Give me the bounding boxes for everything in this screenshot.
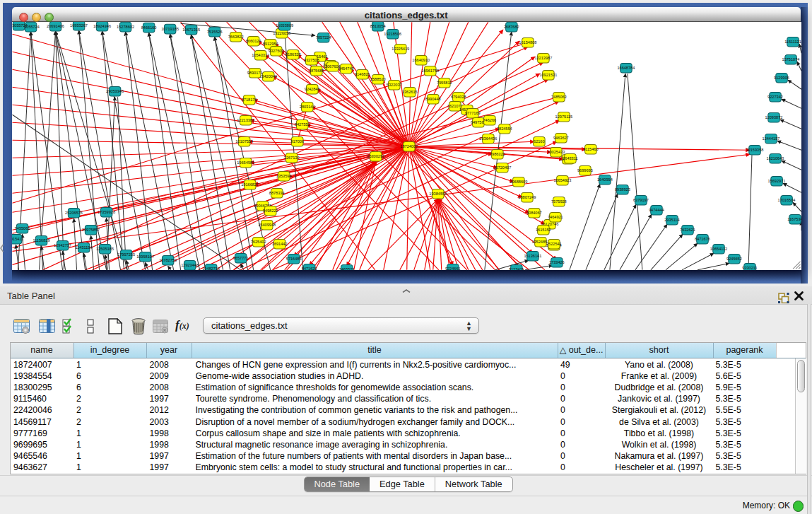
svg-text:10958107: 10958107 [136, 255, 154, 259]
svg-text:19218506: 19218506 [384, 32, 401, 36]
svg-text:15278602: 15278602 [117, 25, 134, 29]
svg-text:12505185: 12505185 [96, 247, 114, 251]
svg-text:2935114: 2935114 [664, 218, 679, 222]
svg-text:9498222: 9498222 [262, 209, 278, 213]
svg-text:8912954: 8912954 [262, 42, 278, 46]
svg-text:7515526: 7515526 [206, 30, 222, 34]
svg-text:8454749: 8454749 [338, 66, 353, 71]
svg-text:9242848: 9242848 [304, 87, 319, 91]
svg-text:15409948: 15409948 [258, 223, 276, 227]
svg-text:1733426: 1733426 [548, 260, 564, 264]
svg-text:8471621: 8471621 [301, 267, 317, 270]
svg-text:17016504: 17016504 [777, 198, 795, 202]
svg-text:6794028: 6794028 [450, 95, 466, 99]
svg-text:10671315: 10671315 [182, 28, 200, 32]
svg-text:9224661: 9224661 [445, 267, 460, 270]
svg-text:62160: 62160 [534, 139, 545, 144]
svg-text:10654923: 10654923 [553, 178, 571, 182]
svg-text:1353594: 1353594 [276, 174, 291, 178]
svg-text:8466160: 8466160 [141, 25, 156, 30]
svg-text:5322037: 5322037 [386, 83, 401, 87]
svg-text:1588520: 1588520 [370, 77, 385, 81]
svg-text:7465521: 7465521 [339, 267, 354, 270]
svg-text:10654112: 10654112 [710, 247, 726, 251]
svg-text:5716485: 5716485 [286, 257, 301, 261]
svg-text:16210643: 16210643 [766, 156, 784, 160]
svg-text:9115460: 9115460 [583, 147, 598, 151]
svg-text:9699695: 9699695 [577, 168, 592, 173]
svg-text:13226058: 13226058 [273, 31, 290, 35]
svg-text:7663822: 7663822 [228, 35, 243, 39]
svg-text:9129906: 9129906 [774, 76, 789, 80]
svg-text:11511121: 11511121 [784, 40, 801, 44]
svg-text:10107554: 10107554 [235, 139, 253, 144]
svg-text:10688609: 10688609 [510, 180, 527, 184]
svg-text:9227342: 9227342 [767, 95, 783, 99]
svg-text:12213389: 12213389 [237, 118, 254, 122]
svg-text:16053809: 16053809 [276, 23, 293, 28]
svg-text:16640910: 16640910 [412, 58, 430, 62]
svg-text:8990448: 8990448 [425, 97, 440, 101]
svg-text:1167534: 1167534 [787, 217, 801, 221]
svg-text:10543312: 10543312 [252, 53, 269, 57]
svg-text:3267130: 3267130 [283, 156, 299, 160]
svg-text:10025433: 10025433 [547, 150, 565, 154]
svg-text:8938923: 8938923 [614, 187, 630, 192]
svg-text:10921531: 10921531 [539, 73, 557, 77]
svg-text:20364436: 20364436 [479, 136, 497, 141]
svg-text:7485063: 7485063 [551, 95, 566, 99]
svg-text:15136141: 15136141 [524, 254, 541, 258]
svg-text:746266: 746266 [483, 118, 496, 122]
svg-text:7575928: 7575928 [551, 199, 566, 204]
svg-text:2687682: 2687682 [503, 25, 519, 29]
svg-text:8660124: 8660124 [245, 39, 261, 43]
svg-text:13055724: 13055724 [12, 23, 28, 28]
svg-text:16961758: 16961758 [421, 69, 439, 73]
svg-text:8123411: 8123411 [509, 267, 524, 270]
svg-text:19166827: 19166827 [241, 182, 259, 187]
svg-text:19654985: 19654985 [237, 160, 254, 165]
svg-text:19384554: 19384554 [429, 192, 447, 196]
svg-text:12942737: 12942737 [54, 243, 71, 247]
svg-text:8427552: 8427552 [294, 122, 310, 127]
svg-text:16648784: 16648784 [617, 66, 635, 70]
svg-text:18724007: 18724007 [400, 144, 418, 148]
svg-text:18807249: 18807249 [518, 195, 536, 199]
svg-text:17957255: 17957255 [117, 252, 135, 257]
svg-text:9245652: 9245652 [726, 257, 742, 261]
svg-text:2643311: 2643311 [563, 156, 577, 160]
svg-text:7625402: 7625402 [250, 240, 266, 244]
svg-text:9327503: 9327503 [268, 49, 283, 53]
svg-text:12975115: 12975115 [555, 115, 572, 119]
svg-text:3824554: 3824554 [496, 127, 512, 131]
svg-text:20691406: 20691406 [47, 24, 64, 28]
svg-text:7986322: 7986322 [489, 152, 505, 156]
svg-text:8186328: 8186328 [285, 52, 300, 57]
svg-text:12213987: 12213987 [534, 56, 552, 60]
svg-text:7632621: 7632621 [680, 228, 695, 232]
svg-text:15692971: 15692971 [767, 179, 785, 183]
svg-text:12093872: 12093872 [765, 115, 782, 119]
svg-text:25206576: 25206576 [65, 211, 83, 215]
svg-text:9463627: 9463627 [553, 136, 568, 140]
svg-text:16782759: 16782759 [159, 258, 177, 262]
svg-text:10482715: 10482715 [202, 267, 220, 270]
svg-text:2522541: 2522541 [546, 242, 561, 246]
svg-text:917006: 917006 [290, 139, 304, 144]
svg-text:1691442: 1691442 [271, 242, 287, 246]
svg-text:8878334: 8878334 [269, 191, 284, 195]
svg-text:9777169: 9777169 [464, 111, 480, 115]
svg-text:8813054: 8813054 [370, 24, 385, 28]
svg-text:1362615: 1362615 [401, 90, 417, 94]
svg-text:29053346: 29053346 [106, 89, 124, 93]
svg-text:1615152: 1615152 [535, 228, 551, 232]
svg-text:11156819: 11156819 [33, 238, 49, 243]
svg-text:2718176: 2718176 [241, 98, 257, 102]
svg-text:10719185: 10719185 [161, 27, 179, 31]
svg-text:25300293: 25300293 [367, 154, 384, 158]
svg-text:7955812: 7955812 [436, 81, 452, 85]
svg-text:9890171: 9890171 [247, 71, 262, 75]
svg-text:8471676: 8471676 [695, 237, 710, 241]
svg-text:2803144: 2803144 [299, 105, 314, 109]
svg-text:15720407: 15720407 [493, 165, 511, 170]
